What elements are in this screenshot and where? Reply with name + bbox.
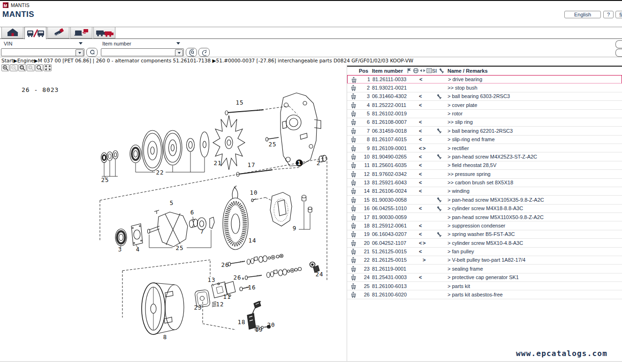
add-to-basket-icon[interactable]	[350, 136, 357, 144]
table-row[interactable]: 12 81.97602-0342 < >> pressure spring	[347, 170, 622, 178]
add-to-basket-icon[interactable]	[350, 162, 357, 169]
tab-vehicles[interactable]	[93, 27, 115, 38]
diagram-callout[interactable]: 17	[247, 161, 255, 168]
add-to-basket-icon[interactable]	[350, 110, 357, 118]
add-to-basket-icon[interactable]	[350, 205, 357, 212]
tab-home[interactable]	[1, 27, 23, 38]
diagram-callout[interactable]: 3	[118, 246, 122, 253]
breadcrumb[interactable]: Start▶Engine▶M 037 00 [PET 06.86] | 260 …	[1, 58, 413, 63]
diagram-callout[interactable]: 26	[233, 274, 241, 281]
table-row[interactable]: 13 81.25921-6043 < >> carbon brush set 8…	[347, 179, 622, 187]
tab-service-information[interactable]	[70, 27, 92, 38]
diagram-callout[interactable]: 19	[255, 326, 263, 333]
add-to-basket-icon[interactable]	[350, 93, 357, 100]
zoom-out-button[interactable]	[10, 64, 18, 71]
diagram-callout[interactable]: 13	[207, 276, 215, 283]
diagram-callout[interactable]: 25	[101, 176, 109, 183]
add-to-basket-icon[interactable]	[350, 291, 357, 299]
table-row[interactable]: 18 81.25912-0061 < > suppression condens…	[347, 221, 622, 230]
vin-search-button[interactable]	[86, 48, 98, 57]
language-button[interactable]: English	[564, 11, 601, 18]
item-search-button[interactable]	[186, 48, 197, 57]
table-row[interactable]: 10 81.90490-0265 < > pan-head screw M4X2…	[347, 152, 622, 161]
add-to-basket-icon[interactable]	[350, 248, 357, 256]
edge-button-top[interactable]	[615, 40, 622, 48]
table-row[interactable]: 16 06.04255-1010 < > cylinder screw M4X1…	[347, 205, 622, 213]
vin-input[interactable]	[1, 48, 84, 56]
add-to-basket-icon[interactable]	[350, 145, 357, 152]
add-to-basket-icon[interactable]	[350, 171, 357, 178]
add-to-basket-icon[interactable]	[351, 76, 357, 84]
add-to-basket-icon[interactable]	[350, 153, 357, 161]
table-row[interactable]: 17 81.90030-0059 > pan-head screw M5X110…	[347, 213, 622, 221]
table-row[interactable]: 19 06.16043-0207 < > spring washer B5-FS…	[347, 230, 622, 239]
add-to-basket-icon[interactable]	[350, 222, 357, 230]
add-to-basket-icon[interactable]	[350, 197, 357, 204]
table-row[interactable]: 9 81.26109-0001 < > > rectifier	[347, 144, 622, 152]
vin-column-chevron-down-icon[interactable]	[79, 42, 83, 45]
table-row[interactable]: 23 81.26119-0001 > sealing frame	[347, 265, 622, 273]
table-row[interactable]: 24 81.25431-0003 < > protective cap gene…	[347, 273, 622, 282]
table-row[interactable]: 22 81.26125-0015 > > V-belt pulley two-p…	[347, 256, 622, 265]
help-button[interactable]: ?	[603, 11, 614, 18]
add-to-basket-icon[interactable]	[350, 274, 357, 281]
diagram-callout[interactable]: 9	[293, 225, 297, 232]
add-to-basket-icon[interactable]	[350, 119, 357, 126]
add-to-basket-icon[interactable]	[350, 179, 357, 187]
table-row[interactable]: 21 51.26125-0015 < > fan pulley	[347, 248, 622, 256]
diagram-callout[interactable]: 14	[248, 237, 256, 244]
diagram-callout[interactable]: 8	[163, 334, 167, 341]
diagram-callout[interactable]: 5	[170, 199, 174, 206]
table-row[interactable]: 25 81.26100-6013 > parts kit	[347, 282, 622, 290]
diagram-callout[interactable]: 26	[221, 261, 229, 268]
add-to-basket-icon[interactable]	[350, 283, 357, 290]
table-row[interactable]: 5 81.26102-0019 > rotor	[347, 110, 622, 118]
vin-dropdown-button[interactable]	[76, 49, 83, 56]
diagram-callout[interactable]: 1	[297, 159, 302, 167]
add-to-basket-icon[interactable]	[350, 84, 357, 92]
diagram-callout[interactable]: 22	[156, 169, 164, 176]
tab-vehicle-identification[interactable]	[24, 27, 46, 39]
diagram-callout[interactable]: 12	[216, 301, 224, 308]
diagram-callout[interactable]: 7	[200, 228, 205, 235]
diagram-callout[interactable]: 20	[267, 321, 275, 328]
table-row[interactable]: 4 81.25222-0011 < > cover plate	[347, 101, 622, 109]
table-row[interactable]: 14 81.26106-0024 < > winding	[347, 187, 622, 196]
add-to-basket-icon[interactable]	[350, 257, 357, 264]
legal-button[interactable]: §	[615, 11, 622, 18]
table-row[interactable]: 7 06.31459-0018 < > ball bearing 62201-2…	[347, 127, 622, 135]
zoom-in-button[interactable]	[1, 64, 9, 71]
table-row[interactable]: 20 06.04252-1107 < > > cylinder screw M5…	[347, 239, 622, 247]
table-row[interactable]: 15 81.90030-0058 > pan-head screw M5X105…	[347, 196, 622, 204]
diagram-callout[interactable]: 15	[235, 99, 243, 106]
diagram-callout[interactable]: 2	[317, 159, 321, 167]
zoom-window-button[interactable]	[18, 64, 26, 71]
diagram-callout[interactable]: 18	[237, 318, 245, 326]
tab-part-search[interactable]	[47, 27, 69, 38]
add-to-basket-icon[interactable]	[350, 231, 357, 238]
diagram-callout[interactable]: 6	[190, 209, 195, 216]
item-number-input[interactable]	[101, 48, 184, 56]
add-to-basket-icon[interactable]	[350, 265, 357, 273]
add-to-basket-icon[interactable]	[350, 128, 357, 135]
diagram-callout[interactable]: 21	[213, 159, 221, 167]
diagram-callout[interactable]: 24	[315, 271, 323, 278]
zoom-window-out-button[interactable]	[27, 64, 35, 71]
table-row[interactable]: 6 81.26108-0007 < >> slip ring	[347, 118, 622, 127]
table-row[interactable]: 8 81.26107-6015 < > slip-ring end frame	[347, 136, 622, 144]
add-to-basket-icon[interactable]	[350, 240, 357, 247]
diagram-callout[interactable]: 23	[194, 304, 202, 311]
fit-view-button[interactable]	[44, 64, 52, 71]
diagram-callout[interactable]: 25	[175, 244, 183, 251]
edge-button-bottom[interactable]	[615, 49, 622, 57]
diagram-callout[interactable]: 16	[248, 284, 256, 291]
diagram-callout[interactable]: 25	[268, 141, 276, 148]
add-to-basket-icon[interactable]	[350, 214, 357, 221]
diagram-callout[interactable]: 4	[136, 246, 140, 253]
table-row[interactable]: 2 81.93021-0021 >> stop bush	[347, 83, 622, 92]
add-to-basket-icon[interactable]	[350, 102, 357, 109]
table-row[interactable]: 11 81.25601-6035 < > field rheostat 28,5…	[347, 161, 622, 170]
table-row[interactable]: 3 06.31460-4302 < > ball bearing 6303-2R…	[347, 92, 622, 101]
add-to-basket-icon[interactable]	[350, 188, 357, 195]
table-row[interactable]: 1 81.26111-0033 < > drive bearing	[347, 75, 622, 83]
